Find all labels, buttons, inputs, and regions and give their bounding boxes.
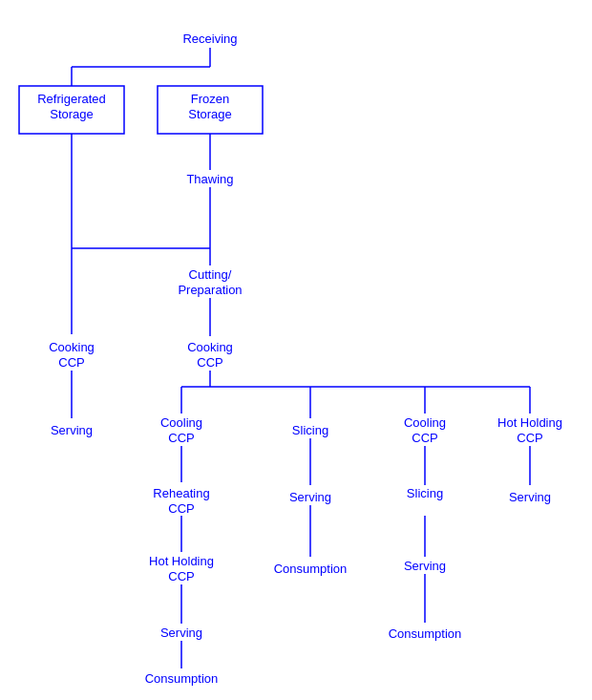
- hot-holding-ccp-label2: CCP: [517, 431, 542, 445]
- hot-holding-ccp-2-label: Hot Holding: [149, 554, 214, 568]
- cooking-ccp-left-label: Cooking: [49, 340, 95, 354]
- consumption-1-label: Consumption: [274, 562, 348, 576]
- hot-holding-ccp-label: Hot Holding: [497, 415, 562, 430]
- consumption-3-label: Consumption: [145, 671, 219, 686]
- frozen-storage-label: Frozen: [191, 92, 229, 106]
- hot-holding-ccp-2-label2: CCP: [168, 569, 194, 583]
- cooling-ccp-1-label: Cooling: [160, 415, 202, 430]
- cutting-prep-label: Cutting/: [189, 267, 232, 282]
- slicing-2-label: Slicing: [407, 486, 443, 500]
- frozen-storage-label2: Storage: [188, 107, 232, 121]
- slicing-1-label: Slicing: [292, 423, 328, 437]
- serving-2-label: Serving: [289, 490, 331, 504]
- cooking-ccp-right-label: Cooking: [187, 340, 233, 354]
- serving-4-label: Serving: [509, 490, 551, 504]
- receiving-label: Receiving: [182, 32, 237, 46]
- serving-3-label: Serving: [404, 559, 446, 573]
- reheating-ccp-label2: CCP: [168, 501, 194, 516]
- cooling-ccp-1-label2: CCP: [168, 431, 194, 445]
- serving-left-label: Serving: [51, 423, 93, 437]
- cooking-ccp-right-label2: CCP: [197, 355, 222, 370]
- reheating-ccp-label: Reheating: [153, 486, 209, 500]
- cutting-prep-label2: Preparation: [178, 283, 242, 297]
- serving-5-label: Serving: [160, 626, 202, 640]
- refrigerated-storage-label2: Storage: [50, 107, 94, 121]
- thawing-label: Thawing: [186, 172, 233, 186]
- cooking-ccp-left-label2: CCP: [58, 355, 84, 370]
- cooling-ccp-2-label: Cooling: [404, 415, 446, 430]
- consumption-2-label: Consumption: [389, 626, 462, 641]
- refrigerated-storage-label: Refrigerated: [37, 92, 106, 106]
- cooling-ccp-2-label2: CCP: [412, 431, 437, 445]
